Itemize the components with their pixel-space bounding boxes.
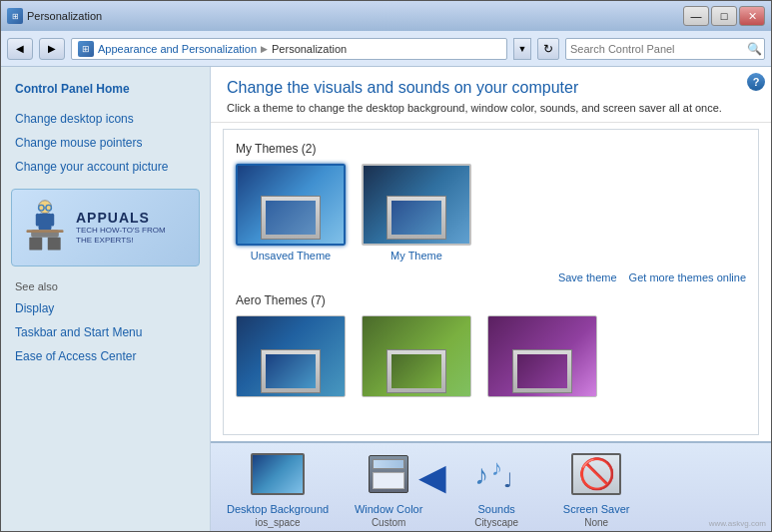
sounds-item[interactable]: ♪ ♪ ♩ Sounds Cityscape — [456, 447, 536, 528]
aero-thumb-3 — [487, 315, 597, 397]
sidebar-change-mouse-pointers[interactable]: Change mouse pointers — [1, 131, 210, 155]
window-color-label: Window Color — [355, 503, 422, 515]
my-themes-row: Unsaved Theme My Theme — [236, 164, 746, 262]
aero-screen-1 — [266, 354, 316, 388]
breadcrumb-personalization: Personalization — [272, 43, 347, 55]
breadcrumb-separator: ▶ — [261, 44, 268, 54]
search-input[interactable] — [566, 43, 744, 55]
desktop-background-sublabel: ios_space — [256, 517, 301, 528]
sounds-sublabel: Cityscape — [474, 517, 518, 528]
svg-text:♩: ♩ — [503, 469, 512, 491]
window-color-sublabel: Custom — [372, 517, 405, 528]
maximize-button[interactable]: □ — [711, 6, 737, 26]
address-bar: ◀ ▶ ⊞ Appearance and Personalization ▶ P… — [1, 31, 771, 67]
svg-rect-6 — [51, 214, 55, 227]
sidebar-control-panel-home[interactable]: Control Panel Home — [1, 77, 210, 101]
aero-themes-row — [236, 315, 746, 397]
appuals-text-block: APPUALS TECH HOW-TO'S FROM THE EXPERTS! — [76, 210, 166, 245]
get-more-themes-link[interactable]: Get more themes online — [629, 271, 746, 283]
theme-thumb-screen-my — [391, 201, 441, 235]
search-icon[interactable]: 🔍 — [744, 39, 764, 59]
back-button[interactable]: ◀ — [7, 38, 33, 60]
svg-text:♪: ♪ — [491, 455, 502, 480]
minimize-button[interactable]: — — [683, 6, 709, 26]
themes-area: My Themes (2) Unsaved Theme — [211, 123, 771, 441]
refresh-button[interactable]: ↻ — [537, 38, 559, 60]
save-theme-link[interactable]: Save theme — [558, 271, 617, 283]
aero-thumb-inner-1 — [261, 349, 321, 393]
screen-saver-item[interactable]: 🚫 Screen Saver None — [556, 447, 636, 528]
aero-thumb-inner-2 — [386, 349, 446, 393]
panel-title: Change the visuals and sounds on your co… — [227, 79, 755, 97]
close-button[interactable]: ✕ — [739, 6, 765, 26]
main-content: Control Panel Home Change desktop icons … — [1, 67, 771, 531]
svg-rect-5 — [36, 214, 40, 227]
desktop-background-item[interactable]: Desktop Background ios_space — [227, 447, 329, 528]
theme-item-unsaved[interactable]: Unsaved Theme — [236, 164, 346, 262]
svg-point-0 — [39, 201, 52, 214]
aero-screen-2 — [391, 354, 441, 388]
sidebar-display[interactable]: Display — [1, 296, 210, 320]
see-also-label: See also — [1, 276, 210, 296]
breadcrumb-appearance[interactable]: Appearance and Personalization — [98, 43, 257, 55]
screen-saver-sublabel: None — [584, 517, 608, 528]
panel-description: Click a theme to change the desktop back… — [227, 101, 755, 116]
aero-theme-item-1[interactable] — [236, 315, 346, 397]
sidebar-taskbar[interactable]: Taskbar and Start Menu — [1, 320, 210, 344]
forward-button[interactable]: ▶ — [39, 38, 65, 60]
desktop-background-icon — [251, 447, 305, 501]
appuals-figure — [20, 198, 70, 258]
window-color-item[interactable]: Window Color Custom — [349, 447, 428, 528]
sidebar-ease-of-access[interactable]: Ease of Access Center — [1, 344, 210, 368]
window-icon: ⊞ — [7, 8, 23, 24]
svg-text:♪: ♪ — [474, 459, 488, 490]
svg-rect-4 — [48, 238, 61, 251]
breadcrumb: ⊞ Appearance and Personalization ▶ Perso… — [71, 38, 507, 60]
ss-icon-visual: 🚫 — [571, 453, 621, 495]
panel-header-wrap: Change the visuals and sounds on your co… — [211, 67, 771, 123]
appuals-brand: APPUALS — [76, 210, 166, 226]
svg-rect-1 — [39, 214, 52, 231]
aero-theme-item-3[interactable] — [487, 315, 597, 397]
bottom-bar: Desktop Background ios_space Window Colo… — [211, 441, 771, 531]
appuals-tagline: TECH HOW-TO'S FROM — [76, 226, 166, 236]
theme-actions: Save theme Get more themes online — [236, 269, 746, 289]
sidebar-change-desktop-icons[interactable]: Change desktop icons — [1, 107, 210, 131]
my-themes-label: My Themes (2) — [236, 142, 746, 156]
theme-item-my-theme[interactable]: My Theme — [362, 164, 471, 262]
theme-thumb-inner-my — [386, 196, 446, 240]
theme-thumb-unsaved — [236, 164, 346, 246]
title-bar: ⊞ Personalization — □ ✕ — [1, 1, 771, 31]
breadcrumb-icon: ⊞ — [78, 41, 94, 57]
title-bar-left: ⊞ Personalization — [7, 8, 102, 24]
aero-theme-item-2[interactable] — [362, 315, 471, 397]
no-sign-icon: 🚫 — [577, 456, 615, 492]
sidebar-change-account-picture[interactable]: Change your account picture — [1, 155, 210, 179]
theme-thumb-my-theme — [362, 164, 471, 246]
wc-body — [373, 472, 404, 489]
appuals-tagline2: THE EXPERTS! — [76, 236, 166, 246]
sounds-icon-wrap: ♪ ♪ ♩ — [469, 449, 523, 499]
svg-rect-10 — [27, 230, 64, 233]
svg-rect-3 — [29, 238, 42, 251]
screen-saver-label: Screen Saver — [563, 503, 630, 515]
panel-header: Change the visuals and sounds on your co… — [211, 67, 771, 123]
right-panel: Change the visuals and sounds on your co… — [211, 67, 771, 531]
desktop-background-label: Desktop Background — [227, 503, 329, 515]
search-box: 🔍 — [565, 38, 765, 60]
appuals-banner: APPUALS TECH HOW-TO'S FROM THE EXPERTS! — [11, 189, 200, 266]
help-button[interactable]: ? — [747, 73, 765, 91]
sounds-label: Sounds — [477, 503, 514, 515]
address-dropdown-button[interactable]: ▼ — [513, 38, 531, 60]
aero-screen-3 — [517, 354, 567, 388]
screen-saver-icon: 🚫 — [569, 447, 623, 501]
main-window: ⊞ Personalization — □ ✕ ◀ ▶ ⊞ Appearance… — [0, 0, 772, 532]
sounds-svg: ♪ ♪ ♩ — [469, 449, 523, 499]
watermark: www.askvg.com — [709, 519, 766, 528]
aero-thumb-inner-3 — [512, 349, 572, 393]
themes-scroll[interactable]: My Themes (2) Unsaved Theme — [223, 129, 759, 435]
aero-themes-label: Aero Themes (7) — [236, 293, 746, 307]
window-title: Personalization — [27, 10, 102, 22]
theme-name-my: My Theme — [390, 250, 442, 262]
theme-thumb-inner-unsaved — [261, 196, 321, 240]
